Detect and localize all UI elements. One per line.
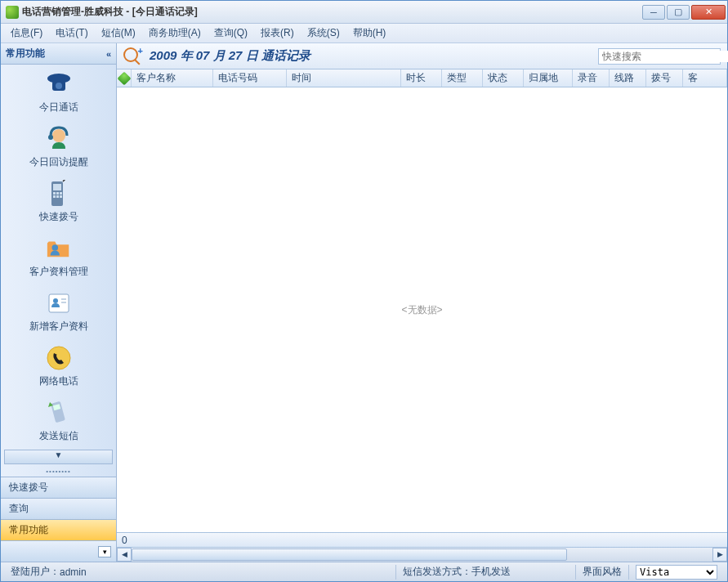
sidebar-tabs: 快速拨号 查询 常用功能 [1, 477, 116, 540]
table-header-phone[interactable]: 电话号码 [213, 69, 287, 87]
app-window: 电话营销管理-胜威科技 - [今日通话记录] ─ ▢ ✕ 信息(F) 电话(T)… [0, 0, 728, 582]
sidebar-item-customer-data[interactable]: 客户资料管理 [1, 229, 116, 284]
menu-query[interactable]: 查询(Q) [209, 25, 252, 42]
user-headset-icon [46, 126, 72, 152]
scroll-right-button[interactable]: ▶ [712, 548, 727, 562]
phone-icon [46, 71, 72, 97]
sms-label: 短信发送方式： [403, 565, 471, 579]
theme-select[interactable]: Vista [636, 565, 717, 580]
sidebar-bottom: ▾ [1, 540, 116, 562]
svg-point-2 [56, 83, 62, 89]
sidebar-item-network-phone[interactable]: 网络电话 [1, 338, 116, 393]
menubar: 信息(F) 电话(T) 短信(M) 商务助理(A) 查询(Q) 报表(R) 系统… [1, 24, 727, 43]
sidebar-item-send-sms[interactable]: 发送短信 [1, 393, 116, 448]
sidebar-scroll-down[interactable]: ▼ [4, 450, 113, 464]
statusbar: 登陆用户：admin 短信发送方式：手机发送 界面风格 Vista [1, 562, 727, 581]
sidebar-item-today-calls[interactable]: 今日通话 [1, 65, 116, 119]
svg-rect-11 [56, 195, 59, 198]
sidebar-item-new-customer[interactable]: 新增客户资料 [1, 284, 116, 338]
record-indicator-icon [117, 71, 131, 85]
sidebar: 常用功能 « 今日通话 今日回访提醒 [1, 43, 117, 562]
sidebar-options-dropdown[interactable]: ▾ [98, 546, 111, 557]
table-body: <无数据> [117, 87, 727, 532]
status-login: 登陆用户：admin [4, 565, 396, 580]
sidebar-tab-query[interactable]: 查询 [1, 498, 116, 519]
login-label: 登陆用户： [11, 565, 60, 579]
table-footer: 0 [117, 532, 727, 547]
sidebar-item-label: 客户资料管理 [29, 265, 88, 279]
table-header-status[interactable]: 状态 [483, 69, 524, 87]
main-header: + 2009 年 07 月 27 日 通话记录 🔍 [117, 43, 727, 69]
svg-line-13 [63, 180, 66, 181]
table-header-cust[interactable]: 客 [683, 69, 727, 87]
menu-system[interactable]: 系统(S) [302, 25, 345, 42]
menu-phone[interactable]: 电话(T) [51, 25, 92, 42]
record-count: 0 [122, 535, 127, 546]
sidebar-grip[interactable]: •••••••• [1, 466, 116, 477]
window-title: 电话营销管理-胜威科技 - [今日通话记录] [22, 5, 642, 19]
status-sms: 短信发送方式：手机发送 [396, 565, 576, 580]
svg-point-3 [52, 129, 65, 142]
svg-rect-7 [53, 192, 56, 195]
login-user: admin [60, 566, 87, 578]
mobile-phone-icon [46, 181, 72, 207]
sidebar-item-label: 发送短信 [39, 429, 78, 443]
scroll-left-button[interactable]: ◀ [117, 548, 132, 562]
menu-report[interactable]: 报表(R) [256, 25, 299, 42]
scroll-track[interactable] [132, 548, 712, 562]
menu-assistant[interactable]: 商务助理(A) [144, 25, 206, 42]
window-controls: ─ ▢ ✕ [642, 5, 726, 20]
menu-info[interactable]: 信息(F) [6, 25, 47, 42]
sidebar-items: 今日通话 今日回访提醒 快速拨号 [1, 65, 116, 477]
table-header-location[interactable]: 归属地 [524, 69, 573, 87]
dial-phone-icon [46, 345, 72, 371]
svg-rect-10 [53, 195, 56, 198]
table-header: 客户名称 电话号码 时间 时长 类型 状态 归属地 录音 线路 拨号 客 [117, 69, 727, 87]
horizontal-scrollbar[interactable]: ◀ ▶ [117, 547, 727, 562]
sidebar-item-callback-reminder[interactable]: 今日回访提醒 [1, 119, 116, 174]
menu-help[interactable]: 帮助(H) [348, 25, 391, 42]
svg-rect-6 [53, 184, 61, 190]
quick-search-input[interactable] [599, 51, 728, 62]
table-header-recording[interactable]: 录音 [573, 69, 610, 87]
sidebar-item-label: 今日通话 [39, 101, 78, 114]
svg-rect-12 [60, 195, 62, 198]
collapse-sidebar-icon[interactable]: « [106, 49, 111, 59]
magnifier-plus-icon[interactable]: + [123, 47, 141, 65]
menu-sms[interactable]: 短信(M) [96, 25, 141, 42]
sidebar-tab-quick-dial[interactable]: 快速拨号 [1, 477, 116, 498]
table-header-customer[interactable]: 客户名称 [132, 69, 213, 87]
sidebar-item-label: 今日回访提醒 [29, 155, 88, 169]
table-header-dial[interactable]: 拨号 [646, 69, 683, 87]
page-title: 2009 年 07 月 27 日 通话记录 [150, 48, 590, 64]
table-header-indicator[interactable] [117, 69, 132, 87]
sidebar-item-quick-dial[interactable]: 快速拨号 [1, 174, 116, 229]
svg-rect-9 [60, 192, 62, 195]
svg-point-14 [51, 244, 58, 251]
theme-label: 界面风格 [583, 565, 622, 579]
sidebar-item-label: 快速拨号 [39, 210, 78, 224]
svg-rect-8 [56, 192, 59, 195]
svg-point-16 [53, 298, 58, 303]
sidebar-header: 常用功能 « [1, 43, 116, 65]
sms-phone-icon [46, 400, 72, 426]
sidebar-tab-common[interactable]: 常用功能 [1, 519, 116, 540]
minimize-button[interactable]: ─ [642, 5, 665, 20]
titlebar: 电话营销管理-胜威科技 - [今日通话记录] ─ ▢ ✕ [1, 1, 727, 24]
sidebar-item-label: 网络电话 [39, 374, 78, 388]
table-header-time[interactable]: 时间 [287, 69, 401, 87]
close-button[interactable]: ✕ [691, 5, 726, 20]
customer-folder-icon [46, 235, 72, 262]
app-icon [6, 6, 19, 19]
svg-point-19 [47, 347, 70, 369]
sms-value: 手机发送 [471, 565, 511, 579]
no-data-label: <无数据> [401, 303, 442, 317]
main-panel: + 2009 年 07 月 27 日 通话记录 🔍 客户名称 电话号码 时间 时… [117, 43, 727, 562]
table-header-duration[interactable]: 时长 [401, 69, 442, 87]
maximize-button[interactable]: ▢ [667, 5, 690, 20]
svg-rect-15 [49, 294, 69, 312]
sidebar-title: 常用功能 [6, 47, 45, 60]
scroll-thumb[interactable] [132, 548, 567, 561]
table-header-line[interactable]: 线路 [610, 69, 646, 87]
table-header-type[interactable]: 类型 [442, 69, 483, 87]
